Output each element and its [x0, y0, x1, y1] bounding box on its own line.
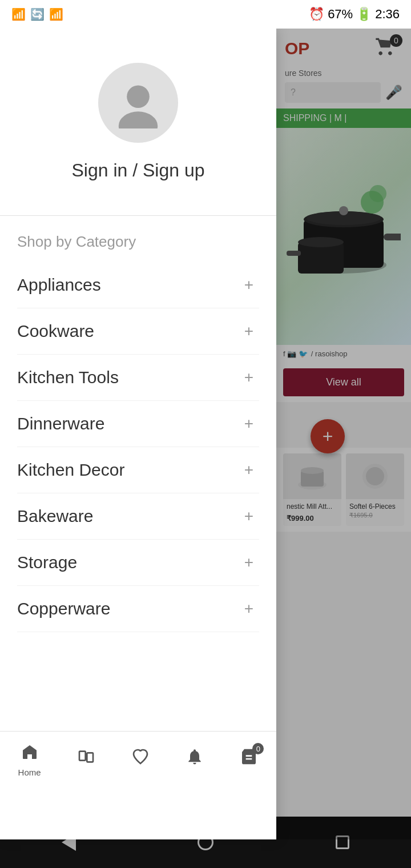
sync-icon: 🔄	[30, 7, 45, 21]
nav-item-cart[interactable]: 0	[240, 748, 258, 772]
app-tagline: ure Stores	[285, 69, 402, 78]
status-right-icons: ⏰ 67% 🔋 2:36	[309, 7, 400, 22]
product-card-0[interactable]: nestic Mill Att... ₹999.00	[283, 453, 341, 526]
category-label-bakeware: Bakeware	[17, 507, 93, 526]
status-left-icons: 📶 🔄 📶	[11, 7, 63, 21]
product-orig-price-1: ₹1695.0	[349, 512, 401, 519]
product-name-0: nestic Mill Att...	[287, 503, 338, 512]
cart-icon-wrapper: 0	[240, 748, 258, 770]
search-row: ? 🎤	[285, 82, 402, 103]
svg-point-11	[298, 237, 344, 247]
shipping-banner: SHIPPING | M |	[276, 108, 411, 128]
nav-item-wishlist[interactable]	[131, 748, 150, 772]
nav-item-cards[interactable]	[77, 748, 95, 772]
signal-icon: 📶	[49, 7, 63, 21]
heart-icon	[131, 748, 150, 770]
product-banner	[276, 128, 411, 345]
expand-storage-icon[interactable]: +	[239, 552, 259, 573]
status-bar: 📶 🔄 📶 ⏰ 67% 🔋 2:36	[0, 0, 411, 29]
social-icons: f 📷 🐦	[283, 349, 308, 358]
float-add-button[interactable]: +	[311, 419, 345, 453]
cards-icon	[77, 748, 95, 770]
product-image-1	[346, 453, 404, 499]
expand-kitchen-decor-icon[interactable]: +	[239, 460, 259, 480]
expand-appliances-icon[interactable]: +	[239, 275, 259, 295]
app-content-panel: OP 0 ure Stores ? 🎤 SHIPPING | M |	[276, 29, 411, 839]
search-placeholder-text: ?	[291, 87, 296, 98]
category-item-bakeware[interactable]: Bakeware +	[17, 493, 259, 540]
expand-dinnerware-icon[interactable]: +	[239, 413, 259, 434]
product-name-1: Softel 6-Pieces	[349, 503, 401, 512]
svg-point-8	[339, 206, 348, 215]
product-price-0: ₹999.00	[287, 514, 338, 523]
svg-rect-12	[287, 251, 301, 256]
expand-cookware-icon[interactable]: +	[239, 321, 259, 341]
category-label-appliances: Appliances	[17, 275, 101, 295]
recents-button[interactable]	[325, 834, 360, 851]
category-item-storage[interactable]: Storage +	[17, 540, 259, 586]
wifi-icon: 📶	[11, 7, 26, 21]
expand-bakeware-icon[interactable]: +	[239, 506, 259, 527]
product-info-0: nestic Mill Att... ₹999.00	[283, 499, 341, 526]
recents-square-icon	[336, 835, 349, 849]
divider	[0, 215, 276, 216]
category-label-copperware: Copperware	[17, 599, 110, 618]
search-input[interactable]: ?	[285, 82, 381, 103]
category-label-storage: Storage	[17, 553, 77, 572]
app-header: OP 0 ure Stores ? 🎤	[276, 29, 411, 108]
nav-item-home[interactable]: Home	[18, 743, 41, 777]
bell-icon	[186, 748, 204, 770]
social-handle: / rasoishop	[311, 349, 348, 358]
sign-in-label[interactable]: Sign in / Sign up	[71, 160, 204, 181]
cart-badge: 0	[390, 34, 402, 47]
app-title-row: OP 0	[285, 34, 402, 63]
svg-point-17	[301, 467, 324, 474]
category-item-dinnerware[interactable]: Dinnerware +	[17, 401, 259, 447]
category-label-kitchen-decor: Kitchen Decor	[17, 460, 124, 480]
expand-copperware-icon[interactable]: +	[239, 598, 259, 619]
view-all-container: View all	[276, 363, 411, 402]
svg-rect-2	[79, 752, 86, 761]
cart-nav-badge: 0	[252, 743, 264, 754]
battery-percent: 67%	[328, 7, 353, 22]
section-title: Shop by Category	[17, 227, 259, 251]
avatar[interactable]	[98, 63, 178, 143]
float-section: +	[276, 402, 411, 448]
nav-label-home: Home	[18, 767, 41, 777]
product-image-0	[283, 453, 341, 499]
svg-rect-3	[87, 753, 93, 762]
category-label-cookware: Cookware	[17, 322, 94, 341]
category-item-appliances[interactable]: Appliances +	[17, 262, 259, 308]
svg-point-14	[369, 185, 386, 202]
battery-icon: 🔋	[356, 7, 372, 22]
avatar-icon	[98, 63, 178, 143]
clock: 2:36	[375, 7, 400, 22]
svg-rect-9	[384, 234, 401, 240]
user-section[interactable]: Sign in / Sign up	[0, 29, 276, 204]
svg-point-0	[127, 85, 150, 108]
main-container: Sign in / Sign up Shop by Category Appli…	[0, 29, 411, 839]
category-label-kitchen-tools: Kitchen Tools	[17, 368, 119, 387]
product-card-1[interactable]: Softel 6-Pieces ₹1695.0	[346, 453, 404, 526]
mic-icon[interactable]: 🎤	[385, 85, 402, 101]
products-row: nestic Mill Att... ₹999.00 Softel 6-Piec…	[276, 448, 411, 532]
svg-point-1	[119, 111, 158, 128]
category-item-kitchen-decor[interactable]: Kitchen Decor +	[17, 447, 259, 493]
category-item-cookware[interactable]: Cookware +	[17, 308, 259, 355]
category-item-kitchen-tools[interactable]: Kitchen Tools +	[17, 355, 259, 401]
cart-button[interactable]: 0	[374, 34, 402, 63]
svg-point-19	[366, 467, 384, 485]
alarm-icon: ⏰	[309, 7, 324, 22]
social-bar: f 📷 🐦 / rasoishop	[276, 345, 411, 363]
category-item-copperware[interactable]: Copperware +	[17, 586, 259, 632]
cookware-svg	[287, 151, 401, 322]
drawer-panel: Sign in / Sign up Shop by Category Appli…	[0, 29, 276, 839]
view-all-button[interactable]: View all	[283, 368, 404, 396]
home-icon	[21, 743, 39, 765]
shipping-text: SHIPPING | M |	[283, 113, 346, 123]
bottom-nav: Home	[0, 731, 276, 788]
category-label-dinnerware: Dinnerware	[17, 414, 104, 433]
expand-kitchen-tools-icon[interactable]: +	[239, 367, 259, 388]
app-logo: OP	[285, 39, 309, 58]
nav-item-notifications[interactable]	[186, 748, 204, 772]
